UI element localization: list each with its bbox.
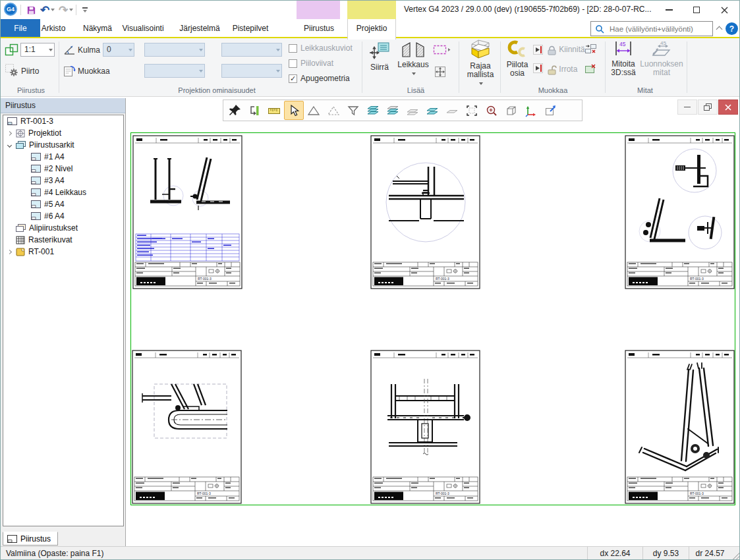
kulma-combo[interactable]: 0 <box>103 43 134 57</box>
tree-label: #1 A4 <box>44 152 65 161</box>
layer-single-icon[interactable] <box>442 101 462 120</box>
tree-item-rasterikuvat[interactable]: Rasterikuvat <box>3 234 123 246</box>
tree-item-projektiot[interactable]: Projektiot <box>3 127 123 139</box>
projection-combo-2[interactable] <box>144 64 205 78</box>
shift-left-button[interactable] <box>533 45 543 57</box>
select-area-icon[interactable] <box>462 101 482 120</box>
maximize-button[interactable] <box>683 1 710 19</box>
resize-grip[interactable] <box>733 553 739 559</box>
minimize-button[interactable] <box>655 1 683 19</box>
app-logo-icon[interactable]: G4 <box>4 3 17 16</box>
triangle-dashed-icon[interactable] <box>324 101 343 120</box>
tab-nakyma[interactable]: Näkymä <box>76 19 119 38</box>
tab-pistepilvet[interactable]: Pistepilvet <box>225 19 275 38</box>
panel-header: Piirustus <box>1 98 125 113</box>
layers-mixed-icon[interactable] <box>383 101 403 120</box>
tree-item-piirustusarkit[interactable]: Piirustusarkit <box>3 139 123 151</box>
tree-item-rt-001[interactable]: RT-001 <box>3 246 123 258</box>
tab-arkisto[interactable]: Arkisto <box>35 19 72 38</box>
tree-label: Projektiot <box>28 128 61 138</box>
customize-quick-access-button[interactable] <box>79 3 91 17</box>
save-icon <box>26 5 36 15</box>
layers-all-icon[interactable] <box>363 101 383 120</box>
tab-projektio[interactable]: Projektio <box>347 19 396 40</box>
chevron-down-icon[interactable] <box>7 142 12 147</box>
attach-view-button[interactable] <box>584 43 597 57</box>
drawing-sheet-5[interactable] <box>370 350 480 504</box>
siirra-button[interactable]: Siirrä <box>364 41 395 72</box>
fit-view-icon[interactable] <box>541 101 561 120</box>
mdi-close-button[interactable] <box>718 99 738 115</box>
select-cursor-icon[interactable] <box>284 101 304 120</box>
undo-button[interactable]: ↶ <box>39 3 56 17</box>
contextual-tab-accent-projektio <box>347 1 396 19</box>
piirto-button[interactable]: Piirto <box>21 67 39 76</box>
sheet-icon <box>31 177 41 184</box>
search-box[interactable] <box>590 21 713 36</box>
filter-icon[interactable] <box>343 101 363 120</box>
muokkaa-properties-button[interactable]: Muokkaa <box>78 67 110 76</box>
layers-two-icon[interactable] <box>422 101 442 120</box>
raster-icon <box>16 236 25 244</box>
tab-visualisointi[interactable]: Visualisointi <box>118 19 168 38</box>
drawing-browser-panel: Piirustus RT-001-3 Projektiot Piirustusa… <box>1 98 126 546</box>
layers-flat-icon[interactable] <box>403 101 422 120</box>
tab-piirustus[interactable]: Piirustus <box>297 19 341 38</box>
chevron-right-icon[interactable] <box>7 249 12 254</box>
shift-right-button[interactable] <box>533 63 543 75</box>
tree-item-sheet-6[interactable]: #6 A4 <box>3 210 123 222</box>
close-button[interactable] <box>710 1 738 19</box>
projection-combo-3[interactable] <box>221 43 282 57</box>
checkbox-apugeometria[interactable]: ✓Apugeometria <box>289 74 350 83</box>
triangle-icon[interactable] <box>304 101 324 120</box>
drawing-sheet-3[interactable] <box>625 135 735 289</box>
rajaa-mallista-button[interactable]: Rajaa mallista <box>462 40 499 88</box>
tree-item-sheet-4[interactable]: #4 Leikkaus <box>3 186 123 198</box>
projection-combo-1[interactable] <box>144 43 205 57</box>
leikkaus-button[interactable]: Leikkaus <box>395 41 432 78</box>
piilota-osia-button[interactable]: Piilota osia <box>503 40 532 78</box>
scale-combo[interactable]: 1:1 <box>20 43 55 57</box>
box-icon[interactable] <box>501 101 521 120</box>
axes-icon[interactable] <box>521 101 541 120</box>
projection-combo-4[interactable] <box>221 64 282 78</box>
status-message: Valmiina (Opaste: paina F1) <box>6 549 104 558</box>
tab-file[interactable]: File <box>1 19 40 38</box>
detach-view-button[interactable] <box>584 63 597 76</box>
tree-item-sheet-5[interactable]: #5 A4 <box>3 198 123 210</box>
kiinnita-button[interactable]: Kiinnitä <box>546 45 585 55</box>
tree-item-sheet-3[interactable]: #3 A4 <box>3 175 123 186</box>
flip-direction-icon[interactable] <box>244 101 264 120</box>
tab-jarjestelma[interactable]: Järjestelmä <box>175 19 225 38</box>
mdi-restore-button[interactable] <box>698 99 718 115</box>
pin-icon[interactable] <box>225 101 244 120</box>
svg-text:45: 45 <box>619 41 626 47</box>
mdi-minimize-button[interactable] <box>677 99 697 115</box>
clip-boundary-button[interactable] <box>433 45 451 57</box>
measure-ruler-icon[interactable] <box>264 101 284 120</box>
zoom-in-icon[interactable] <box>482 101 501 120</box>
tree-item-rt-001-3[interactable]: RT-001-3 <box>3 115 123 127</box>
tree-label: #2 Nivel <box>44 164 72 173</box>
checkbox-piiloviivat[interactable]: Piiloviivat <box>289 59 333 68</box>
checkbox-leikkauskuviot[interactable]: Leikkauskuviot <box>289 43 353 53</box>
mitoita-3d-button[interactable]: 45 Mitoita 3D:ssä <box>607 40 640 77</box>
drawing-canvas[interactable] <box>126 98 740 546</box>
chevron-right-icon[interactable] <box>7 130 12 135</box>
drawing-sheet-1[interactable] <box>132 135 242 289</box>
luonnoksen-mitat-button[interactable]: 45 Luonnoksen mitat <box>639 40 685 77</box>
tree-label: Alipiirustukset <box>29 223 78 233</box>
irrota-button[interactable]: Irrota <box>546 65 577 75</box>
save-button[interactable] <box>24 3 38 17</box>
move-section-button[interactable] <box>434 66 446 80</box>
tree-item-alipiirustukset[interactable]: Alipiirustukset <box>3 222 123 234</box>
panel-bottom-tab-piirustus[interactable]: Piirustus <box>3 532 58 546</box>
tree-item-sheet-1[interactable]: #1 A4 <box>3 151 123 163</box>
redo-button[interactable]: ↷ <box>57 3 74 17</box>
help-button[interactable]: ? <box>726 22 738 35</box>
tree-item-sheet-2[interactable]: #2 Nivel <box>3 163 123 175</box>
drawing-sheet-2[interactable] <box>370 135 480 289</box>
search-input[interactable] <box>608 24 707 34</box>
drawing-sheet-4[interactable] <box>132 350 242 504</box>
drawing-sheet-6[interactable] <box>625 350 735 504</box>
